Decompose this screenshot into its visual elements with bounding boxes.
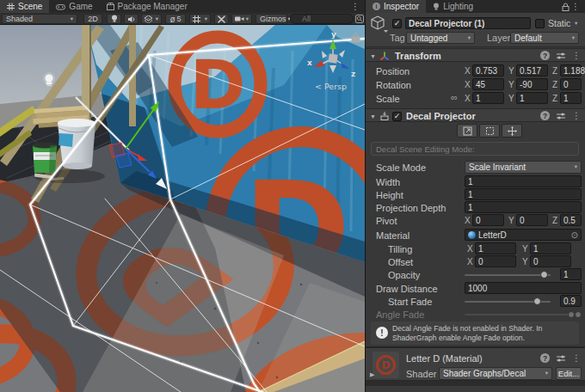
position-y-field[interactable]: 0.517 (516, 64, 548, 77)
scene-viewport[interactable]: D (0, 25, 365, 392)
foldout-icon[interactable]: ▼ (370, 113, 376, 119)
opacity-slider[interactable] (465, 274, 551, 276)
opacity-row: Opacity 1 (366, 268, 585, 281)
scale-mode-dropdown[interactable]: Scale Invariant▾ (465, 161, 582, 174)
scene-search-input[interactable] (290, 14, 354, 24)
position-z-field[interactable]: 1.188 (560, 64, 582, 77)
axis-x-label: X (465, 94, 471, 103)
help-icon[interactable]: ? (540, 353, 550, 363)
static-checkbox[interactable] (535, 19, 545, 28)
scene-audio-toggle[interactable] (124, 14, 139, 24)
tab-package-manager-label: Package Manager (118, 2, 188, 11)
rotation-x-field[interactable]: 45 (472, 78, 504, 90)
angle-fade-max-knob[interactable] (575, 311, 582, 318)
search-pane-icon[interactable] (355, 15, 364, 23)
scene-lighting-toggle[interactable] (107, 14, 121, 24)
offset-y-field[interactable]: 0 (530, 255, 571, 267)
tab-scene[interactable]: Scene (0, 0, 49, 13)
tab-game-label: Game (69, 2, 92, 11)
gameobject-name-field[interactable]: Decal Projector (1) (405, 17, 531, 29)
presets-icon[interactable] (556, 354, 566, 363)
foldout-icon[interactable]: ▶ (370, 371, 374, 378)
pivot-y-field[interactable]: 0 (516, 214, 548, 226)
tiling-y-field[interactable]: 1 (530, 242, 571, 254)
grid-settings-dropdown[interactable]: ▾ (189, 14, 211, 24)
angle-fade-slider[interactable] (465, 314, 579, 315)
scene-camera-dropdown[interactable]: ▾ (231, 14, 252, 24)
height-field[interactable]: 1 (465, 188, 582, 200)
projection-depth-field[interactable]: 1 (465, 201, 582, 213)
scale-mode-row: Scale Mode Scale Invariant▾ (366, 161, 585, 174)
lock-icon[interactable] (562, 3, 570, 11)
shader-dropdown[interactable]: Shader Graphs/Decal▾ (439, 367, 552, 380)
rotation-y-field[interactable]: -90 (516, 78, 548, 90)
toggle-2d-button[interactable]: 2D (83, 14, 102, 24)
width-field[interactable]: 1 (465, 175, 582, 187)
static-dropdown-icon[interactable]: ▾ (575, 21, 577, 27)
angle-fade-label: Angle Fade (376, 309, 424, 320)
opacity-field[interactable]: 1 (560, 268, 582, 280)
component-enabled-checkbox[interactable]: ✓ (392, 112, 402, 121)
light-bulb-icon (433, 3, 440, 11)
scene-tab-menu-icon[interactable]: ⋮ (351, 3, 360, 11)
opacity-slider-knob[interactable] (540, 271, 548, 279)
position-x-field[interactable]: 0.753 (472, 64, 504, 77)
object-picker-icon[interactable]: ⊙ (571, 230, 578, 240)
tab-inspector[interactable]: i Inspector (366, 0, 426, 13)
layer-dropdown[interactable]: Default▾ (510, 32, 579, 44)
help-icon[interactable]: ? (540, 111, 550, 120)
scale-z-field[interactable]: 1 (560, 92, 582, 104)
shader-edit-button[interactable]: Edit... (556, 367, 582, 380)
scene-visibility-toggle[interactable]: ø 5 (165, 14, 186, 24)
pivot-z-field[interactable]: 0.5 (560, 214, 582, 226)
axis-y-label: Y (522, 257, 528, 266)
start-fade-field[interactable]: 0.9 (560, 295, 582, 307)
scale-x-field[interactable]: 1 (472, 92, 504, 104)
tag-dropdown[interactable]: Untagged▾ (406, 32, 475, 44)
rotation-z-field[interactable]: 0 (560, 78, 582, 90)
gameobject-active-checkbox[interactable]: ✓ (392, 19, 402, 28)
offset-x-field[interactable]: 0 (475, 255, 516, 267)
tiling-x-field[interactable]: 1 (475, 242, 516, 254)
start-fade-slider-knob[interactable] (533, 297, 541, 305)
component-menu-icon[interactable]: ⋮ (572, 112, 581, 120)
start-fade-row: Start Fade 0.9 (366, 295, 585, 308)
scene-tools-button[interactable] (214, 14, 229, 24)
decal-edit-mode-buttons (366, 124, 585, 138)
decal-scale-tool-button[interactable] (457, 124, 477, 138)
inspector-menu-icon[interactable]: ⋮ (571, 3, 580, 11)
offset-row: Offset X 0 Y 0 (366, 255, 585, 268)
draw-distance-field[interactable]: 1000 (465, 282, 582, 294)
material-sphere-icon (468, 231, 476, 239)
transform-header[interactable]: ▼ Transform ? ⋮ (366, 48, 585, 62)
axis-label-x: x (307, 58, 312, 67)
shading-mode-dropdown[interactable]: Shaded ▾ (2, 14, 77, 24)
decal-projector-header[interactable]: ▼ ✓ Decal Projector ? ⋮ (366, 108, 585, 122)
chevron-down-icon: ▾ (246, 16, 249, 22)
tab-game[interactable]: Game (49, 0, 99, 13)
angle-fade-min-knob[interactable] (568, 311, 575, 318)
material-thumbnail[interactable]: D (373, 352, 399, 378)
help-icon[interactable]: ? (540, 51, 550, 60)
scale-row: Scale ∞ X 1 Y 1 Z 1 (366, 92, 585, 105)
tiling-row: Tilling X 1 Y 1 (366, 242, 585, 255)
pivot-x-field[interactable]: 0 (472, 214, 504, 226)
hidden-object-count: 5 (177, 15, 182, 23)
width-label: Width (376, 177, 400, 187)
presets-icon[interactable] (556, 112, 566, 120)
foldout-icon[interactable]: ▼ (370, 53, 376, 59)
decal-pivot-tool-button[interactable] (502, 124, 522, 138)
presets-icon[interactable] (556, 52, 566, 60)
tab-package-manager[interactable]: Package Manager (100, 0, 194, 13)
gizmos-dropdown[interactable]: Gizmos ▾ (256, 14, 287, 24)
gameobject-cube-icon[interactable] (370, 15, 389, 33)
decal-crop-tool-button[interactable] (479, 124, 500, 138)
angle-fade-warning-box: ! Decal Angle Fade is not enabled in Sha… (371, 322, 579, 345)
section-menu-icon[interactable]: ⋮ (572, 354, 581, 363)
component-menu-icon[interactable]: ⋮ (572, 52, 581, 60)
scene-effects-dropdown[interactable]: ▾ (141, 14, 162, 24)
tab-lighting[interactable]: Lighting (426, 0, 480, 13)
link-scale-icon[interactable]: ∞ (451, 92, 458, 102)
material-object-field[interactable]: LetterD ⊙ (465, 229, 582, 241)
scale-y-field[interactable]: 1 (516, 92, 548, 104)
